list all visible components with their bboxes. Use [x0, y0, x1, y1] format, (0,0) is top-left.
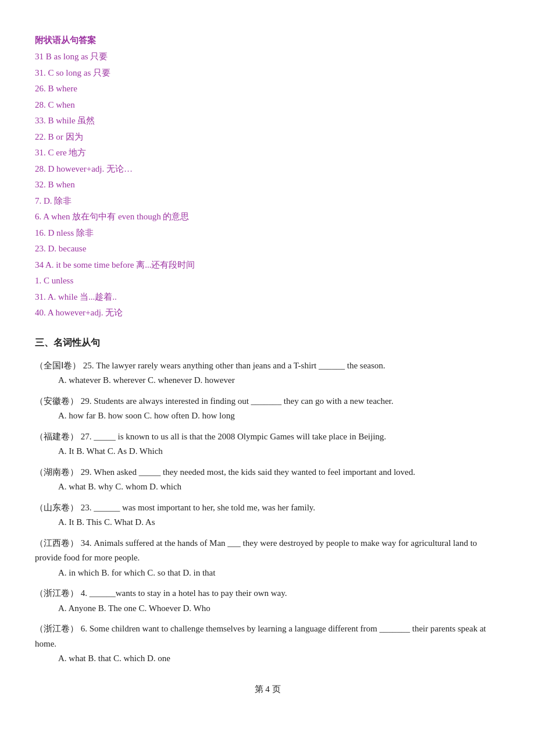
answer-item: 31. A. while 当...趁着.. [35, 290, 500, 305]
answer-item: 31 B as long as 只要 [35, 49, 500, 65]
answer-item: 6. A when 放在句中有 even though 的意思 [35, 210, 500, 225]
question-options: A. how far B. how soon C. how often D. h… [58, 409, 500, 424]
question-block: （山东卷） 23. ______ was most important to h… [35, 501, 500, 530]
answers-title: 附状语从句答案 [35, 35, 500, 46]
question-text: （安徽卷） 29. Students are always interested… [35, 394, 500, 409]
question-block: （浙江卷） 4. ______wants to stay in a hotel … [35, 586, 500, 616]
question-block: （湖南卷） 29. When asked _____ they needed m… [35, 465, 500, 495]
question-options: A. what B. why C. whom D. which [58, 480, 500, 495]
question-text: （浙江卷） 6. Some children want to challenge… [35, 622, 500, 651]
question-block: （江西卷） 34. Animals suffered at the hands … [35, 536, 500, 581]
question-text: （江西卷） 34. Animals suffered at the hands … [35, 536, 500, 566]
answer-item: 22. B or 因为 [35, 130, 500, 145]
answer-item: 32. B when [35, 178, 500, 193]
answer-item: 1. C unless [35, 274, 500, 289]
question-text: （浙江卷） 4. ______wants to stay in a hotel … [35, 586, 500, 601]
answer-item: 16. D nless 除非 [35, 226, 500, 241]
question-options: A. It B. What C. As D. Which [58, 444, 500, 459]
answer-item: 7. D. 除非 [35, 194, 500, 209]
question-options: A. Anyone B. The one C. Whoever D. Who [58, 601, 500, 616]
answer-item: 23. D. because [35, 242, 500, 257]
question-block: （浙江卷） 6. Some children want to challenge… [35, 622, 500, 666]
page-footer: 第 4 页 [35, 684, 500, 695]
question-block: （全国Ⅰ卷） 25. The lawyer rarely wears anyth… [35, 359, 500, 388]
answer-item: 28. C when [35, 98, 500, 113]
answer-item: 31. C ere 地方 [35, 145, 500, 161]
answers-list: 31 B as long as 只要31. C so long as 只要26.… [35, 49, 500, 321]
section3-header: 三、名词性从句 [35, 337, 500, 349]
answer-item: 33. B while 虽然 [35, 113, 500, 129]
answer-item: 40. A however+adj. 无论 [35, 306, 500, 321]
answer-item: 28. D however+adj. 无论… [35, 162, 500, 177]
answer-item: 31. C so long as 只要 [35, 66, 500, 81]
question-text: （山东卷） 23. ______ was most important to h… [35, 501, 500, 516]
answer-item: 26. B where [35, 81, 500, 97]
question-options: A. It B. This C. What D. As [58, 515, 500, 530]
question-options: A. whatever B. wherever C. whenever D. h… [58, 373, 500, 388]
page-number: 第 4 页 [255, 684, 281, 694]
question-options: A. what B. that C. which D. one [58, 651, 500, 666]
question-text: （湖南卷） 29. When asked _____ they needed m… [35, 465, 500, 480]
questions-list: （全国Ⅰ卷） 25. The lawyer rarely wears anyth… [35, 359, 500, 666]
question-text: （福建卷） 27. _____ is known to us all is th… [35, 430, 500, 445]
question-block: （福建卷） 27. _____ is known to us all is th… [35, 430, 500, 459]
question-text: （全国Ⅰ卷） 25. The lawyer rarely wears anyth… [35, 359, 500, 374]
answers-section: 附状语从句答案 31 B as long as 只要31. C so long … [35, 35, 500, 321]
question-options: A. in which B. for which C. so that D. i… [58, 566, 500, 581]
question-block: （安徽卷） 29. Students are always interested… [35, 394, 500, 424]
answer-item: 34 A. it be some time before 离...还有段时间 [35, 258, 500, 273]
